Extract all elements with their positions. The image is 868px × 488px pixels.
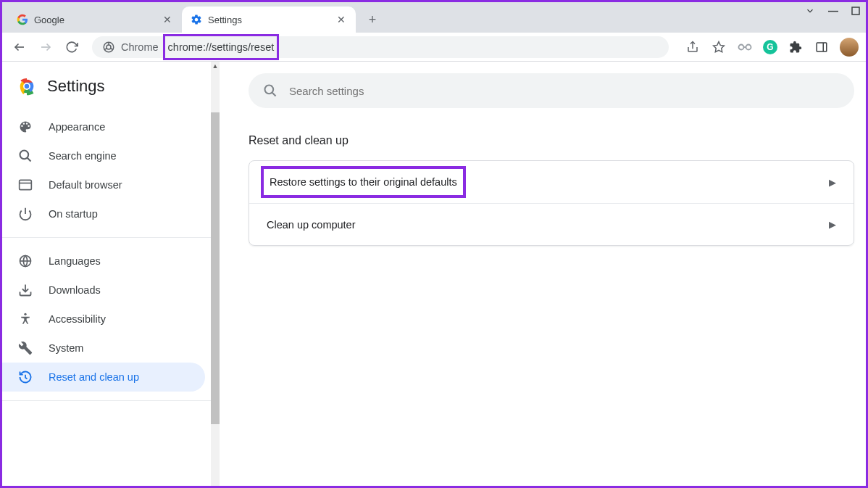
minimize-button[interactable]: —	[828, 5, 838, 17]
nav-item-accessibility[interactable]: Accessibility	[2, 305, 205, 334]
chrome-icon	[102, 41, 115, 54]
palette-icon	[18, 120, 33, 134]
svg-line-6	[104, 48, 107, 49]
svg-point-11	[746, 44, 751, 49]
site-label: Chrome	[121, 41, 159, 53]
reset-card: Restore settings to their original defau…	[249, 160, 854, 246]
tab-title: Settings	[208, 15, 335, 25]
restore-icon	[18, 370, 33, 384]
reload-button[interactable]	[62, 37, 82, 57]
search-icon	[18, 149, 33, 163]
extension-linked-icon[interactable]	[737, 39, 753, 55]
nav-divider	[2, 237, 211, 238]
nav-label: Accessibility	[49, 313, 106, 325]
cleanup-computer-row[interactable]: Clean up computer ▶	[249, 203, 854, 245]
svg-point-26	[24, 313, 26, 315]
settings-header: Settings	[2, 76, 211, 108]
close-icon[interactable]: ✕	[335, 14, 347, 25]
nav-label: Languages	[49, 255, 101, 267]
restore-defaults-row[interactable]: Restore settings to their original defau…	[249, 161, 854, 203]
tab-google[interactable]: Google ✕	[8, 7, 182, 33]
nav-item-default-browser[interactable]: Default browser	[2, 170, 205, 199]
bookmark-star-icon[interactable]	[711, 39, 727, 55]
tab-strip: Google ✕ Settings ✕ + —	[2, 2, 866, 33]
section-title: Reset and clean up	[249, 134, 854, 147]
tab-settings[interactable]: Settings ✕	[182, 7, 356, 33]
nav-label: Reset and clean up	[49, 371, 139, 383]
nav-label: On startup	[49, 208, 98, 220]
search-icon	[263, 83, 277, 98]
google-favicon	[17, 14, 28, 25]
settings-title: Settings	[47, 77, 105, 96]
chevron-right-icon: ▶	[829, 219, 836, 230]
close-icon[interactable]: ✕	[162, 14, 173, 25]
nav-item-search-engine[interactable]: Search engine	[2, 141, 205, 170]
chevron-down-icon[interactable]	[805, 6, 815, 16]
nav-item-reset[interactable]: Reset and clean up	[2, 363, 205, 392]
nav-item-languages[interactable]: Languages	[2, 247, 205, 276]
browser-icon	[18, 178, 33, 192]
nav-item-downloads[interactable]: Downloads	[2, 276, 205, 305]
svg-point-27	[265, 86, 274, 94]
svg-point-10	[739, 44, 744, 49]
svg-point-18	[20, 151, 29, 160]
new-tab-button[interactable]: +	[362, 9, 383, 30]
nav-item-system[interactable]: System	[2, 334, 205, 363]
sidepanel-icon[interactable]	[814, 39, 830, 55]
nav-label: Search engine	[49, 150, 117, 162]
power-icon	[18, 207, 33, 221]
extensions-icon[interactable]	[788, 39, 804, 55]
toolbar-right: G	[685, 38, 859, 57]
nav-list: Appearance Search engine Default browser…	[2, 108, 211, 401]
nav-item-appearance[interactable]: Appearance	[2, 112, 205, 141]
svg-rect-13	[817, 43, 827, 51]
svg-rect-0	[852, 7, 859, 15]
row-label: Restore settings to their original defau…	[270, 176, 457, 188]
scrollbar[interactable]: ▲	[211, 62, 220, 486]
url-highlight: chrome://settings/reset	[163, 34, 280, 60]
svg-line-19	[28, 158, 31, 162]
gear-icon	[191, 14, 202, 25]
nav-label: Appearance	[49, 121, 105, 133]
download-icon	[18, 283, 33, 297]
url-text: chrome://settings/reset	[168, 41, 275, 53]
nav-label: Default browser	[49, 179, 122, 191]
sidebar: Settings Appearance Search engine Defaul…	[2, 62, 211, 486]
search-input[interactable]	[289, 85, 840, 97]
chrome-logo-icon	[17, 76, 37, 96]
toolbar: Chrome chrome://settings/reset G	[2, 33, 866, 62]
accessibility-icon	[18, 312, 33, 326]
scrollbar-thumb[interactable]	[211, 112, 220, 424]
svg-line-7	[110, 48, 112, 49]
nav-label: Downloads	[49, 284, 101, 296]
wrench-icon	[18, 341, 33, 355]
back-button[interactable]	[9, 37, 30, 57]
row-label: Clean up computer	[267, 219, 356, 231]
forward-button[interactable]	[36, 37, 56, 57]
tab-title: Google	[34, 15, 162, 25]
svg-line-28	[272, 93, 276, 96]
nav-label: System	[49, 342, 83, 354]
globe-icon	[18, 254, 33, 268]
nav-item-on-startup[interactable]: On startup	[2, 199, 205, 228]
profile-avatar[interactable]	[840, 38, 859, 57]
address-bar[interactable]: Chrome chrome://settings/reset	[92, 36, 669, 58]
search-settings[interactable]	[249, 73, 854, 108]
share-icon[interactable]	[685, 39, 701, 55]
content: Settings Appearance Search engine Defaul…	[2, 62, 866, 486]
svg-rect-20	[20, 180, 32, 189]
nav-divider	[2, 400, 211, 401]
scroll-up-icon[interactable]: ▲	[211, 62, 220, 70]
main-panel: Reset and clean up Restore settings to t…	[220, 62, 866, 486]
grammarly-icon[interactable]: G	[763, 40, 777, 54]
svg-marker-9	[714, 41, 725, 51]
maximize-button[interactable]	[851, 7, 860, 15]
chevron-right-icon: ▶	[829, 177, 836, 188]
window-controls: —	[805, 5, 860, 17]
